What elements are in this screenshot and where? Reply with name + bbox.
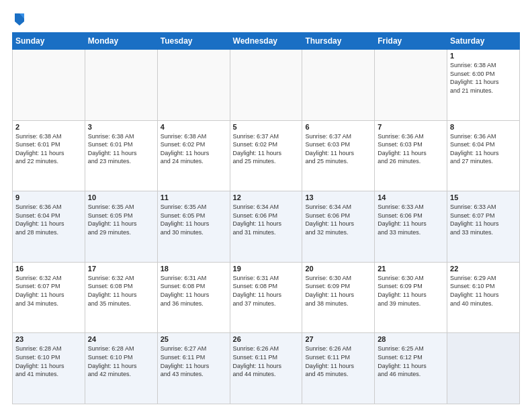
table-row: 14Sunrise: 6:33 AM Sunset: 6:06 PM Dayli… bbox=[375, 191, 447, 263]
day-number: 9 bbox=[15, 193, 82, 201]
calendar-table: Sunday Monday Tuesday Wednesday Thursday… bbox=[12, 32, 520, 404]
day-info: Sunrise: 6:35 AM Sunset: 6:05 PM Dayligh… bbox=[88, 203, 154, 236]
day-number: 24 bbox=[88, 335, 154, 343]
logo-icon bbox=[13, 12, 26, 27]
day-number: 1 bbox=[450, 52, 517, 60]
day-info: Sunrise: 6:31 AM Sunset: 6:08 PM Dayligh… bbox=[233, 274, 300, 308]
day-info: Sunrise: 6:29 AM Sunset: 6:10 PM Dayligh… bbox=[450, 274, 517, 308]
day-number: 25 bbox=[161, 335, 227, 343]
day-number: 5 bbox=[233, 123, 300, 131]
table-row: 1Sunrise: 6:38 AM Sunset: 6:00 PM Daylig… bbox=[447, 50, 520, 121]
table-row bbox=[447, 333, 520, 404]
table-row: 3Sunrise: 6:38 AM Sunset: 6:01 PM Daylig… bbox=[85, 120, 157, 191]
calendar-header-row: Sunday Monday Tuesday Wednesday Thursday… bbox=[13, 33, 520, 50]
calendar-week-row: 9Sunrise: 6:36 AM Sunset: 6:04 PM Daylig… bbox=[13, 191, 520, 263]
logo bbox=[12, 12, 26, 26]
day-number: 11 bbox=[161, 193, 227, 201]
day-info: Sunrise: 6:37 AM Sunset: 6:03 PM Dayligh… bbox=[305, 132, 371, 166]
col-wednesday: Wednesday bbox=[230, 33, 302, 50]
day-info: Sunrise: 6:37 AM Sunset: 6:02 PM Dayligh… bbox=[233, 132, 300, 166]
day-info: Sunrise: 6:25 AM Sunset: 6:12 PM Dayligh… bbox=[378, 345, 444, 378]
day-info: Sunrise: 6:32 AM Sunset: 6:08 PM Dayligh… bbox=[88, 274, 154, 308]
day-info: Sunrise: 6:38 AM Sunset: 6:01 PM Dayligh… bbox=[15, 132, 82, 166]
calendar-week-row: 2Sunrise: 6:38 AM Sunset: 6:01 PM Daylig… bbox=[13, 120, 520, 191]
day-info: Sunrise: 6:28 AM Sunset: 6:10 PM Dayligh… bbox=[15, 345, 82, 378]
table-row: 2Sunrise: 6:38 AM Sunset: 6:01 PM Daylig… bbox=[13, 120, 85, 191]
day-number: 16 bbox=[15, 265, 82, 273]
table-row: 15Sunrise: 6:33 AM Sunset: 6:07 PM Dayli… bbox=[447, 191, 520, 263]
table-row: 16Sunrise: 6:32 AM Sunset: 6:07 PM Dayli… bbox=[13, 262, 85, 333]
day-info: Sunrise: 6:33 AM Sunset: 6:06 PM Dayligh… bbox=[378, 203, 444, 236]
table-row: 10Sunrise: 6:35 AM Sunset: 6:05 PM Dayli… bbox=[85, 191, 157, 263]
table-row bbox=[157, 50, 230, 121]
day-number: 20 bbox=[305, 265, 371, 273]
day-info: Sunrise: 6:34 AM Sunset: 6:06 PM Dayligh… bbox=[233, 203, 300, 236]
calendar-week-row: 23Sunrise: 6:28 AM Sunset: 6:10 PM Dayli… bbox=[13, 333, 520, 404]
day-number: 6 bbox=[305, 123, 371, 131]
table-row: 23Sunrise: 6:28 AM Sunset: 6:10 PM Dayli… bbox=[13, 333, 85, 404]
day-number: 10 bbox=[88, 193, 154, 201]
col-tuesday: Tuesday bbox=[157, 33, 230, 50]
day-number: 23 bbox=[15, 335, 82, 343]
day-info: Sunrise: 6:34 AM Sunset: 6:06 PM Dayligh… bbox=[305, 203, 371, 236]
day-info: Sunrise: 6:30 AM Sunset: 6:09 PM Dayligh… bbox=[305, 274, 371, 308]
table-row: 26Sunrise: 6:26 AM Sunset: 6:11 PM Dayli… bbox=[230, 333, 302, 404]
table-row: 6Sunrise: 6:37 AM Sunset: 6:03 PM Daylig… bbox=[302, 120, 375, 191]
table-row: 11Sunrise: 6:35 AM Sunset: 6:05 PM Dayli… bbox=[157, 191, 230, 263]
table-row: 20Sunrise: 6:30 AM Sunset: 6:09 PM Dayli… bbox=[302, 262, 375, 333]
day-number: 3 bbox=[88, 123, 154, 131]
day-info: Sunrise: 6:31 AM Sunset: 6:08 PM Dayligh… bbox=[161, 274, 227, 308]
table-row: 5Sunrise: 6:37 AM Sunset: 6:02 PM Daylig… bbox=[230, 120, 302, 191]
table-row: 27Sunrise: 6:26 AM Sunset: 6:11 PM Dayli… bbox=[302, 333, 375, 404]
day-number: 15 bbox=[450, 193, 517, 201]
day-info: Sunrise: 6:33 AM Sunset: 6:07 PM Dayligh… bbox=[450, 203, 517, 236]
calendar-week-row: 1Sunrise: 6:38 AM Sunset: 6:00 PM Daylig… bbox=[13, 50, 520, 121]
table-row bbox=[375, 50, 447, 121]
table-row: 17Sunrise: 6:32 AM Sunset: 6:08 PM Dayli… bbox=[85, 262, 157, 333]
day-info: Sunrise: 6:26 AM Sunset: 6:11 PM Dayligh… bbox=[305, 345, 371, 378]
table-row bbox=[85, 50, 157, 121]
table-row: 18Sunrise: 6:31 AM Sunset: 6:08 PM Dayli… bbox=[157, 262, 230, 333]
table-row: 12Sunrise: 6:34 AM Sunset: 6:06 PM Dayli… bbox=[230, 191, 302, 263]
day-info: Sunrise: 6:38 AM Sunset: 6:00 PM Dayligh… bbox=[450, 61, 517, 95]
day-number: 22 bbox=[450, 265, 517, 273]
day-info: Sunrise: 6:38 AM Sunset: 6:02 PM Dayligh… bbox=[161, 132, 227, 166]
day-number: 28 bbox=[378, 335, 444, 343]
col-saturday: Saturday bbox=[447, 33, 520, 50]
table-row: 24Sunrise: 6:28 AM Sunset: 6:10 PM Dayli… bbox=[85, 333, 157, 404]
table-row bbox=[230, 50, 302, 121]
col-sunday: Sunday bbox=[13, 33, 85, 50]
table-row: 28Sunrise: 6:25 AM Sunset: 6:12 PM Dayli… bbox=[375, 333, 447, 404]
day-info: Sunrise: 6:36 AM Sunset: 6:04 PM Dayligh… bbox=[15, 203, 82, 236]
day-number: 4 bbox=[161, 123, 227, 131]
day-number: 18 bbox=[161, 265, 227, 273]
day-info: Sunrise: 6:28 AM Sunset: 6:10 PM Dayligh… bbox=[88, 345, 154, 378]
table-row: 7Sunrise: 6:36 AM Sunset: 6:03 PM Daylig… bbox=[375, 120, 447, 191]
day-number: 8 bbox=[450, 123, 517, 131]
calendar-week-row: 16Sunrise: 6:32 AM Sunset: 6:07 PM Dayli… bbox=[13, 262, 520, 333]
table-row: 8Sunrise: 6:36 AM Sunset: 6:04 PM Daylig… bbox=[447, 120, 520, 191]
day-number: 2 bbox=[15, 123, 82, 131]
table-row: 22Sunrise: 6:29 AM Sunset: 6:10 PM Dayli… bbox=[447, 262, 520, 333]
day-info: Sunrise: 6:35 AM Sunset: 6:05 PM Dayligh… bbox=[161, 203, 227, 236]
col-friday: Friday bbox=[375, 33, 447, 50]
day-number: 13 bbox=[305, 193, 371, 201]
day-number: 14 bbox=[378, 193, 444, 201]
page: Sunday Monday Tuesday Wednesday Thursday… bbox=[0, 0, 532, 411]
table-row bbox=[13, 50, 85, 121]
day-info: Sunrise: 6:27 AM Sunset: 6:11 PM Dayligh… bbox=[161, 345, 227, 378]
day-number: 21 bbox=[378, 265, 444, 273]
day-info: Sunrise: 6:30 AM Sunset: 6:09 PM Dayligh… bbox=[378, 274, 444, 308]
day-info: Sunrise: 6:38 AM Sunset: 6:01 PM Dayligh… bbox=[88, 132, 154, 166]
table-row: 19Sunrise: 6:31 AM Sunset: 6:08 PM Dayli… bbox=[230, 262, 302, 333]
table-row: 21Sunrise: 6:30 AM Sunset: 6:09 PM Dayli… bbox=[375, 262, 447, 333]
day-number: 12 bbox=[233, 193, 300, 201]
header bbox=[12, 12, 520, 26]
table-row bbox=[302, 50, 375, 121]
table-row: 13Sunrise: 6:34 AM Sunset: 6:06 PM Dayli… bbox=[302, 191, 375, 263]
day-info: Sunrise: 6:32 AM Sunset: 6:07 PM Dayligh… bbox=[15, 274, 82, 308]
day-info: Sunrise: 6:36 AM Sunset: 6:04 PM Dayligh… bbox=[450, 132, 517, 166]
day-info: Sunrise: 6:36 AM Sunset: 6:03 PM Dayligh… bbox=[378, 132, 444, 166]
day-number: 27 bbox=[305, 335, 371, 343]
col-monday: Monday bbox=[85, 33, 157, 50]
